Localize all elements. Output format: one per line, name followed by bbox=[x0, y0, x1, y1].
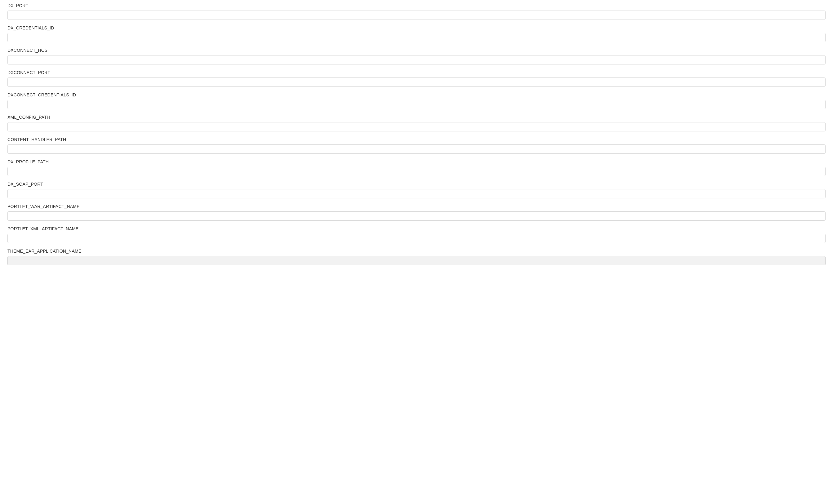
portlet-xml-artifact-name-input[interactable] bbox=[7, 234, 826, 243]
dxconnect-host-input[interactable] bbox=[7, 55, 826, 65]
form-group: DX_SOAP_PORT bbox=[7, 182, 826, 198]
form-group: PORTLET_XML_ARTIFACT_NAME bbox=[7, 226, 826, 243]
content-handler-path-label: CONTENT_HANDLER_PATH bbox=[7, 137, 826, 142]
portlet-war-artifact-name-input[interactable] bbox=[7, 211, 826, 221]
theme-ear-application-name-label: THEME_EAR_APPLICATION_NAME bbox=[7, 249, 826, 254]
form-group: CONTENT_HANDLER_PATH bbox=[7, 137, 826, 154]
dx-credentials-id-label: DX_CREDENTIALS_ID bbox=[7, 25, 826, 30]
dx-port-label: DX_PORT bbox=[7, 3, 826, 8]
dx-credentials-id-input[interactable] bbox=[7, 33, 826, 42]
dx-soap-port-input[interactable] bbox=[7, 189, 826, 198]
config-form: DX_PORT DX_CREDENTIALS_ID DXCONNECT_HOST… bbox=[7, 3, 826, 265]
form-group: THEME_EAR_APPLICATION_NAME bbox=[7, 249, 826, 265]
dx-profile-path-label: DX_PROFILE_PATH bbox=[7, 159, 826, 164]
dxconnect-port-label: DXCONNECT_PORT bbox=[7, 70, 826, 75]
dx-port-input[interactable] bbox=[7, 10, 826, 20]
dxconnect-port-input[interactable] bbox=[7, 77, 826, 87]
form-group: DXCONNECT_HOST bbox=[7, 48, 826, 65]
dx-soap-port-label: DX_SOAP_PORT bbox=[7, 182, 826, 186]
form-group: DX_PORT bbox=[7, 3, 826, 20]
content-handler-path-input[interactable] bbox=[7, 145, 826, 154]
dxconnect-host-label: DXCONNECT_HOST bbox=[7, 48, 826, 53]
form-group: DXCONNECT_CREDENTIALS_ID bbox=[7, 92, 826, 109]
xml-config-path-input[interactable] bbox=[7, 122, 826, 131]
form-group: DX_CREDENTIALS_ID bbox=[7, 25, 826, 42]
theme-ear-application-name-input[interactable] bbox=[7, 256, 826, 265]
form-group: XML_CONFIG_PATH bbox=[7, 115, 826, 131]
dxconnect-credentials-id-label: DXCONNECT_CREDENTIALS_ID bbox=[7, 92, 826, 97]
form-group: DX_PROFILE_PATH bbox=[7, 159, 826, 176]
portlet-xml-artifact-name-label: PORTLET_XML_ARTIFACT_NAME bbox=[7, 226, 826, 231]
form-group: PORTLET_WAR_ARTIFACT_NAME bbox=[7, 204, 826, 221]
xml-config-path-label: XML_CONFIG_PATH bbox=[7, 115, 826, 120]
portlet-war-artifact-name-label: PORTLET_WAR_ARTIFACT_NAME bbox=[7, 204, 826, 209]
dxconnect-credentials-id-input[interactable] bbox=[7, 100, 826, 109]
form-group: DXCONNECT_PORT bbox=[7, 70, 826, 87]
dx-profile-path-input[interactable] bbox=[7, 167, 826, 176]
